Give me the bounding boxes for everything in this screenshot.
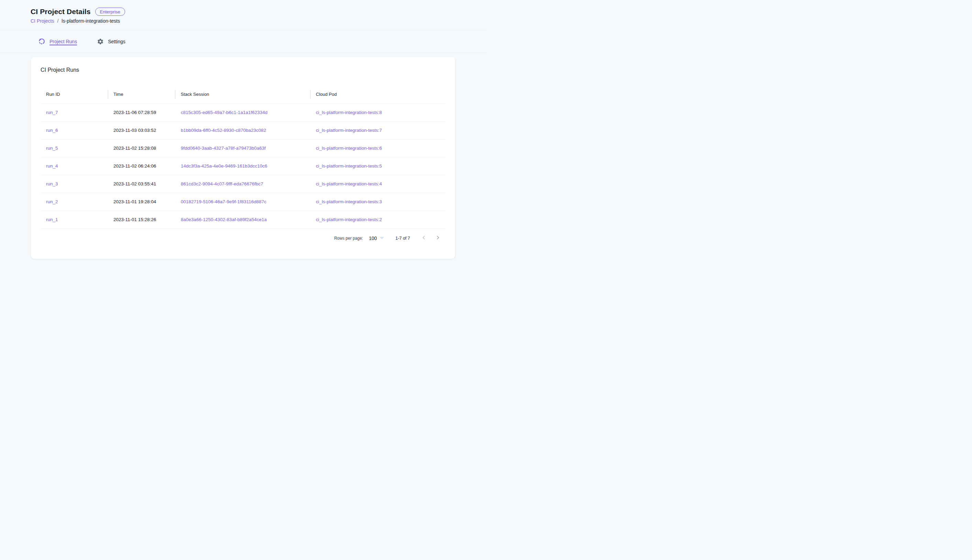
history-icon xyxy=(38,38,45,45)
table-header-row: Run ID Time Stack Session Cloud Pod xyxy=(40,85,445,103)
main-content: CI Project Runs Run ID Time Stack Sessio… xyxy=(0,53,486,273)
prev-page-button[interactable] xyxy=(418,232,430,245)
time-cell: 2023-11-01 15:28:26 xyxy=(108,210,175,228)
tab-settings[interactable]: Settings xyxy=(97,38,125,45)
tab-project-runs-label: Project Runs xyxy=(50,39,77,44)
table-row: run_7 2023-11-06 07:28:59 c815c305-ed65-… xyxy=(40,103,445,121)
table-row: run_2 2023-11-01 19:28:04 00182719-5106-… xyxy=(40,193,445,210)
time-cell: 2023-11-03 03:03:52 xyxy=(108,121,175,139)
stack-session-link[interactable]: 861cd3c2-9094-4c07-9fff-eda76676fbc7 xyxy=(181,181,263,187)
run-id-link[interactable]: run_7 xyxy=(46,110,58,115)
tab-project-runs[interactable]: Project Runs xyxy=(38,38,77,45)
table-row: run_4 2023-11-02 06:24:06 14dc3f3a-425a-… xyxy=(40,157,445,175)
stack-session-link[interactable]: c815c305-ed65-49a7-b6c1-1a1a1f62334d xyxy=(181,110,268,115)
column-header-time: Time xyxy=(108,85,175,103)
tab-settings-label: Settings xyxy=(108,39,125,44)
cloud-pod-link[interactable]: ci_ls-platform-integration-tests:5 xyxy=(316,163,382,168)
time-cell: 2023-11-02 15:28:08 xyxy=(108,139,175,157)
run-id-link[interactable]: run_2 xyxy=(46,199,58,204)
chevron-right-icon xyxy=(435,234,441,242)
breadcrumb-separator: / xyxy=(57,18,59,24)
enterprise-badge: Enterprise xyxy=(95,8,125,16)
cloud-pod-link[interactable]: ci_ls-platform-integration-tests:6 xyxy=(316,146,382,151)
time-cell: 2023-11-02 03:55:41 xyxy=(108,175,175,193)
tab-bar: Project Runs Settings xyxy=(0,30,486,53)
stack-session-link[interactable]: 9fdd0640-3aab-4327-a78f-a79473b0a63f xyxy=(181,146,266,151)
table-row: run_6 2023-11-03 03:03:52 b1bb09da-6ff0-… xyxy=(40,121,445,139)
cloud-pod-link[interactable]: ci_ls-platform-integration-tests:8 xyxy=(316,110,382,115)
pagination-toolbar: Rows per page: 100 1-7 of 7 xyxy=(40,229,445,247)
table-body: run_7 2023-11-06 07:28:59 c815c305-ed65-… xyxy=(40,103,445,228)
cloud-pod-link[interactable]: ci_ls-platform-integration-tests:4 xyxy=(316,181,382,187)
run-id-link[interactable]: run_3 xyxy=(46,181,58,187)
ci-project-runs-card: CI Project Runs Run ID Time Stack Sessio… xyxy=(31,57,455,259)
stack-session-link[interactable]: 8a0e3a66-1250-4302-83af-b89f2a54ce1a xyxy=(181,217,267,222)
stack-session-link[interactable]: b1bb09da-6ff0-4c52-8930-c870ba23c082 xyxy=(181,128,266,133)
next-page-button[interactable] xyxy=(432,232,444,245)
breadcrumb-current: ls-platform-integration-tests xyxy=(62,18,120,24)
card-title: CI Project Runs xyxy=(40,66,445,74)
column-header-run-id: Run ID xyxy=(40,85,108,103)
stack-session-link[interactable]: 14dc3f3a-425a-4e0e-9469-161b3dcc10c6 xyxy=(181,163,267,168)
column-header-cloud-pod: Cloud Pod xyxy=(310,85,445,103)
rows-per-page-select[interactable]: 100 xyxy=(369,235,383,241)
rows-per-page-value: 100 xyxy=(369,235,377,241)
pagination-range: 1-7 of 7 xyxy=(396,236,410,241)
time-cell: 2023-11-02 06:24:06 xyxy=(108,157,175,175)
run-id-link[interactable]: run_6 xyxy=(46,128,58,133)
run-id-link[interactable]: run_5 xyxy=(46,146,58,151)
run-id-link[interactable]: run_1 xyxy=(46,217,58,222)
column-header-stack-session: Stack Session xyxy=(175,85,310,103)
gear-icon xyxy=(97,38,104,45)
table-row: run_3 2023-11-02 03:55:41 861cd3c2-9094-… xyxy=(40,175,445,193)
page-header: CI Project Details Enterprise CI Project… xyxy=(0,0,486,30)
table-row: run_5 2023-11-02 15:28:08 9fdd0640-3aab-… xyxy=(40,139,445,157)
cloud-pod-link[interactable]: ci_ls-platform-integration-tests:7 xyxy=(316,128,382,133)
time-cell: 2023-11-06 07:28:59 xyxy=(108,103,175,121)
chevron-left-icon xyxy=(420,234,427,242)
page-title: CI Project Details xyxy=(30,8,91,16)
run-id-link[interactable]: run_4 xyxy=(46,163,58,168)
breadcrumb-link-ci-projects[interactable]: CI Projects xyxy=(30,18,54,24)
table-row: run_1 2023-11-01 15:28:26 8a0e3a66-1250-… xyxy=(40,210,445,228)
cloud-pod-link[interactable]: ci_ls-platform-integration-tests:2 xyxy=(316,217,382,222)
caret-down-icon xyxy=(380,237,384,239)
runs-table: Run ID Time Stack Session Cloud Pod run_… xyxy=(40,85,445,229)
breadcrumb: CI Projects / ls-platform-integration-te… xyxy=(30,18,472,24)
time-cell: 2023-11-01 19:28:04 xyxy=(108,193,175,210)
cloud-pod-link[interactable]: ci_ls-platform-integration-tests:3 xyxy=(316,199,382,204)
rows-per-page-label: Rows per page: xyxy=(334,236,363,241)
stack-session-link[interactable]: 00182719-5106-46a7-9e9f-1f83116d887c xyxy=(181,199,266,204)
